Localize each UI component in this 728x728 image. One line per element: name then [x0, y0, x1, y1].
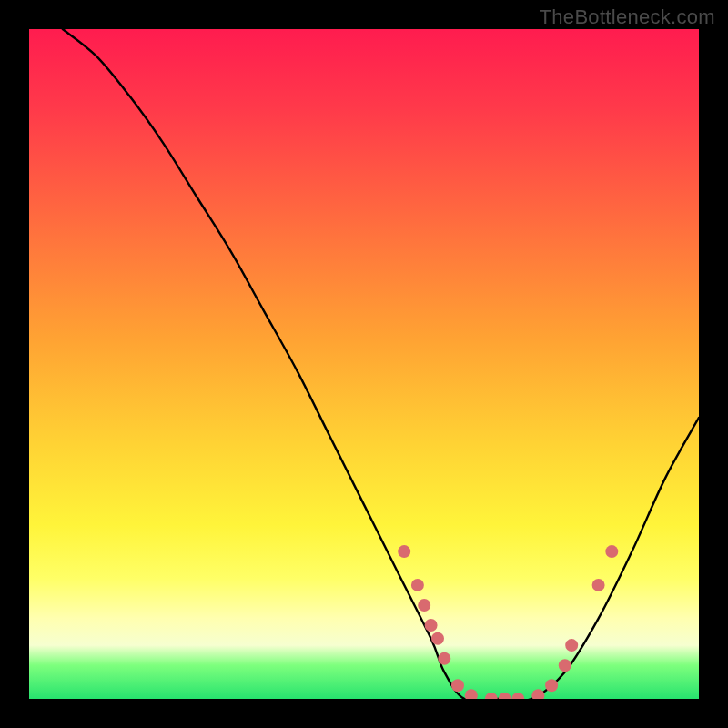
marker-point [545, 679, 558, 692]
marker-point [418, 599, 430, 612]
chart-frame: TheBottleneck.com [0, 0, 728, 728]
marker-point [592, 579, 605, 592]
plot-area [29, 29, 699, 699]
bottleneck-curve [63, 29, 699, 699]
marker-point [465, 689, 478, 699]
highlighted-points [398, 545, 618, 699]
marker-point [605, 545, 618, 558]
marker-point [531, 689, 544, 699]
marker-point [425, 619, 438, 632]
marker-point [499, 693, 511, 699]
marker-point [511, 693, 524, 699]
marker-point [451, 679, 464, 692]
marker-point [398, 545, 410, 558]
marker-point [559, 659, 571, 672]
curve-layer [29, 29, 699, 699]
marker-point [411, 579, 424, 592]
marker-point [438, 652, 450, 665]
marker-point [565, 639, 578, 652]
marker-point [485, 693, 498, 699]
marker-point [431, 632, 444, 645]
watermark-text: TheBottleneck.com [540, 5, 715, 29]
